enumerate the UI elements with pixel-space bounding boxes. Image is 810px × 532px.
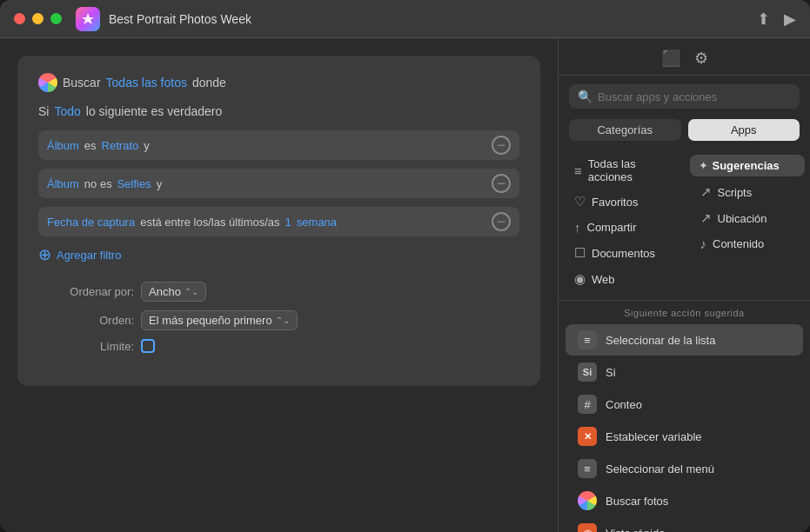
cat-item-documents[interactable]: ☐ Documentos: [562, 241, 681, 265]
sort-label: Ordenar por:: [56, 285, 134, 298]
if-link[interactable]: Todo: [54, 104, 80, 118]
if-row: Si Todo lo siguiente es verdadero: [38, 104, 519, 118]
right-panel: ⬛ ⚙ 🔍 Categorías Apps ≡ Todas lasaccione…: [558, 38, 810, 532]
tab-apps[interactable]: Apps: [688, 119, 800, 141]
cat-label-share: Compartir: [587, 221, 637, 234]
filter1-remove-button[interactable]: −: [492, 136, 511, 155]
filter3-remove-button[interactable]: −: [492, 212, 511, 231]
categories-left-col: ≡ Todas lasacciones ♡ Favoritos ↑ Compar…: [559, 153, 685, 291]
suggestion-label-1: Si: [606, 366, 616, 379]
order-value: El más pequeño primero: [149, 314, 272, 327]
filter-row-3: Fecha de captura está entre los/las últi…: [38, 207, 519, 236]
filter1-album[interactable]: Álbum: [47, 139, 79, 152]
fullscreen-button[interactable]: [50, 13, 62, 24]
web-icon: ◉: [574, 271, 586, 287]
tab-categorias[interactable]: Categorías: [569, 119, 681, 141]
search-icon: 🔍: [578, 90, 592, 103]
svg-marker-0: [82, 13, 94, 24]
cat-item-all-actions[interactable]: ≡ Todas lasacciones: [562, 153, 681, 188]
filter-row-2: Álbum no es Selfies y −: [38, 169, 519, 198]
cat-label-location: Ubicación: [718, 212, 767, 225]
filter-button[interactable]: ⚙: [694, 49, 708, 68]
order-row: Orden: El más pequeño primero ⌃⌄: [38, 310, 519, 330]
filter3-entre: está entre los/las últimos/as: [140, 216, 279, 229]
play-button[interactable]: ▶: [784, 10, 796, 29]
if-rest: lo siguiente es verdadero: [86, 104, 222, 118]
cat-item-content[interactable]: ♪ Contenido: [688, 232, 807, 256]
search-bar[interactable]: 🔍: [569, 84, 800, 109]
scripts-icon: ↗: [700, 184, 712, 200]
cat-label-scripts: Scripts: [718, 186, 753, 199]
all-actions-icon: ≡: [574, 163, 582, 178]
cat-item-favorites[interactable]: ♡ Favoritos: [562, 190, 681, 214]
filter1-retrato[interactable]: Retrato: [102, 139, 139, 152]
titlebar-actions: ⬆ ▶: [757, 10, 796, 29]
suggestion-seleccionar-lista[interactable]: ≡ Seleccionar de la lista: [566, 324, 803, 356]
suggestion-buscar-fotos[interactable]: Buscar fotos: [566, 485, 803, 516]
cat-item-location[interactable]: ↗ Ubicación: [688, 206, 807, 230]
filter2-y: y: [157, 177, 163, 190]
suggestion-label-2: Conteo: [606, 398, 642, 411]
add-to-sidebar-button[interactable]: ⬛: [661, 49, 680, 68]
share-button[interactable]: ⬆: [757, 10, 770, 29]
close-button[interactable]: [14, 13, 25, 24]
suggestions-title: Siguiente acción sugerida: [559, 301, 810, 323]
tabs-row: Categorías Apps: [559, 116, 810, 148]
order-arrow-icon: ⌃⌄: [276, 316, 290, 325]
documents-icon: ☐: [574, 245, 586, 261]
suggestion-vista-rapida[interactable]: ◉ Vista rápida: [566, 517, 803, 532]
suggestion-icon-5: [578, 491, 597, 510]
add-filter[interactable]: ⊕ Agregar filtro: [38, 245, 519, 264]
suggestion-icon-1: Si: [578, 362, 597, 382]
window-title: Best Portrait Photos Week: [109, 12, 757, 26]
favorites-icon: ♡: [574, 194, 586, 209]
filter2-remove-button[interactable]: −: [492, 174, 511, 193]
suggestion-icon-4: ≡: [578, 459, 597, 478]
right-header: ⬛ ⚙: [559, 38, 810, 76]
app-icon: [76, 7, 100, 31]
suggestion-conteo[interactable]: # Conteo: [566, 389, 803, 420]
suggestion-establecer-variable[interactable]: ✕ Establecer variable: [566, 421, 803, 452]
filter2-selfies[interactable]: Selfies: [117, 177, 151, 190]
suggestions-list: ≡ Seleccionar de la lista Si Si # Conteo…: [559, 323, 810, 532]
minimize-button[interactable]: [32, 13, 44, 24]
filter2-album[interactable]: Álbum: [47, 177, 79, 190]
search-label: Buscar: [63, 76, 101, 90]
cat-item-suggestions[interactable]: ✦ Sugerencias: [690, 155, 806, 176]
photos-icon: [38, 73, 57, 92]
search-input[interactable]: [598, 90, 791, 103]
cat-label-content: Contenido: [713, 237, 764, 250]
filter3-semana[interactable]: semana: [297, 216, 337, 229]
cat-item-web[interactable]: ◉ Web: [562, 267, 681, 291]
add-filter-icon: ⊕: [38, 245, 51, 264]
suggestions-icon: ✦: [699, 159, 708, 172]
search-donde: donde: [192, 76, 226, 90]
search-link[interactable]: Todas las fotos: [106, 76, 187, 90]
search-row: Buscar Todas las fotos donde: [38, 73, 519, 92]
suggestion-si[interactable]: Si Si: [566, 356, 803, 388]
suggestion-icon-2: #: [578, 395, 597, 414]
share-icon: ↑: [574, 220, 581, 235]
filter3-fecha[interactable]: Fecha de captura: [47, 216, 135, 229]
content-icon: ♪: [700, 236, 707, 251]
traffic-lights: [14, 13, 62, 24]
filter1-y: y: [144, 139, 150, 152]
suggestion-label-3: Establecer variable: [606, 430, 702, 443]
cat-item-scripts[interactable]: ↗ Scripts: [688, 180, 807, 204]
cat-label-web: Web: [592, 273, 615, 286]
cat-item-share[interactable]: ↑ Compartir: [562, 216, 681, 239]
filter1-es: es: [84, 139, 97, 152]
sort-select[interactable]: Ancho ⌃⌄: [141, 282, 206, 302]
order-select[interactable]: El más pequeño primero ⌃⌄: [141, 310, 298, 330]
titlebar: Best Portrait Photos Week ⬆ ▶: [0, 0, 810, 38]
cat-label-all-actions: Todas lasacciones: [588, 157, 636, 183]
filter3-1[interactable]: 1: [285, 216, 291, 229]
suggestion-label-0: Seleccionar de la lista: [606, 334, 715, 347]
filter2-no-es: no es: [84, 177, 112, 190]
suggestion-seleccionar-menu[interactable]: ≡ Seleccionar del menú: [566, 453, 803, 484]
sort-row: Ordenar por: Ancho ⌃⌄: [38, 282, 519, 302]
left-panel: Buscar Todas las fotos donde Si Todo lo …: [0, 38, 558, 532]
suggestion-icon-6: ◉: [578, 523, 597, 532]
limit-checkbox[interactable]: [141, 339, 155, 353]
location-icon: ↗: [700, 210, 712, 226]
